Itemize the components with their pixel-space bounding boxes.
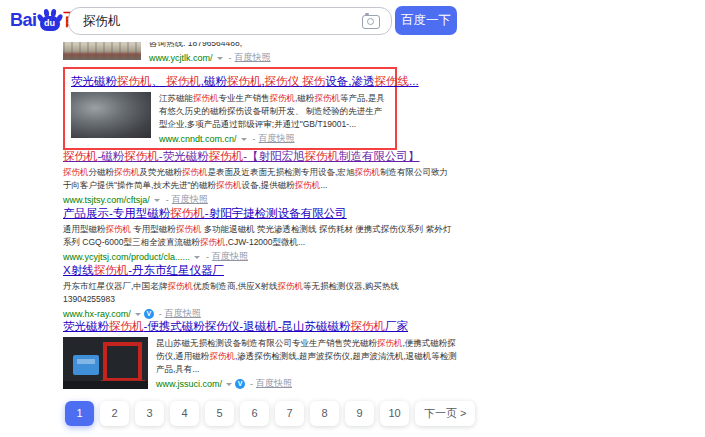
page-button-10[interactable]: 10 [380,401,409,426]
cached-snapshot-link[interactable]: 百度快照 [235,51,271,64]
highlighted-keyword: 探伤 [302,75,325,87]
highlighted-keyword: 探伤机 [305,150,340,162]
text-segment: 江苏磁能 [159,93,193,103]
page-button-8[interactable]: 8 [310,401,339,426]
text-segment: 昆山苏磁无损检测设备制造有限公司专业生产销售荧光磁粉 [156,338,377,348]
text-segment: 制造有限公司】 [339,150,420,162]
highlighted-keyword: 探伤机 [270,93,296,103]
highlighted-keyword: 探伤线 [375,75,410,87]
result-url-row: www.jssuci.com/ V - 百度快照 [156,378,463,389]
result-title[interactable]: 荧光磁粉探伤机-便携式磁粉探伤仪-退磁机-昆山苏磁磁粉探伤机厂家 [63,319,408,333]
text-segment: 设备,提供磁粉 [241,180,294,190]
text-segment: ,磁粉 [201,75,227,87]
result-snippet: 通用型磁粉探伤机 专用型磁粉探伤机 多功能退磁机 荧光渗透检测线 探伤耗材 便携… [63,223,455,249]
search-input[interactable] [81,9,355,33]
result-snippet: 丹东市红星仪器厂,中国老牌探伤机优质制造商,供应X射线探伤机等无损检测仪器,购买… [63,280,408,306]
search-button[interactable]: 百度一下 [395,6,457,35]
text-segment: ,CJW-12000型微机... [225,237,305,247]
next-page-button[interactable]: 下一页 > [415,401,475,426]
text-segment: -磁粉 [98,150,125,162]
text-segment: ,磁粉 [295,93,314,103]
text-segment: 是表面及近表面无损检测专用设备,宏旭 [208,167,355,177]
text-segment: 及荧光磁粉 [140,167,183,177]
result-url[interactable]: www.jssuci.com/ [156,379,222,389]
text-segment: 专用型磁粉 [131,224,176,234]
page-button-9[interactable]: 9 [345,401,374,426]
text-segment: 、 [152,75,167,87]
result-title[interactable]: 荧光磁粉探伤机、 探伤机,磁粉探伤机,探伤仪 探伤设备,渗透探伤线... [71,74,419,88]
camera-icon[interactable] [362,15,380,29]
highlighted-keyword: 探伤仪 [265,75,300,87]
thumbnail-red-frame [103,342,142,382]
search-result: X射线探伤机-丹东市红星仪器厂 丹东市红星仪器厂,中国老牌探伤机优质制造商,供应… [63,260,457,319]
text-segment: -【射阳宏旭 [243,150,304,162]
text-segment: ... [409,75,419,87]
chevron-down-icon[interactable] [226,383,232,386]
result-url[interactable]: www.ycjtlk.com/ [149,53,213,63]
highlighted-keyword: 探伤机 [167,281,193,291]
result-title[interactable]: 产品展示-专用型磁粉探伤机-射阳宇捷检测设备有限公司 [63,206,347,220]
page-button-3[interactable]: 3 [135,401,164,426]
text-segment: -射阳宇捷检测设备有限公司 [205,207,347,219]
page-button-1[interactable]: 1 [65,401,94,426]
highlighted-keyword: 探伤机 [277,281,303,291]
highlighted-keyword: 探伤机 [63,150,98,162]
url-separator: - [229,53,232,63]
result-snippet: 江苏磁能探伤机专业生产销售探伤机,磁粉探伤机等产品,是具有悠久历史的磁粉探伤设备… [159,92,389,131]
highlighted-keyword: 探伤机 [106,224,132,234]
text-segment: 产品展示-专用型磁粉 [63,207,170,219]
page-button-4[interactable]: 4 [170,401,199,426]
url-separator: - [253,134,256,144]
cached-snapshot-link[interactable]: 百度快照 [256,377,292,390]
highlighted-keyword: 探伤机 [200,237,226,247]
highlighted-keyword: 探伤机 [170,207,205,219]
text-segment: 荧光磁粉 [63,320,109,332]
chevron-down-icon[interactable] [154,199,160,202]
result-thumbnail-workshop[interactable] [71,92,151,138]
result-url[interactable]: www.cnndt.com.cn/ [159,134,237,144]
page-button-5[interactable]: 5 [205,401,234,426]
search-result: 探伤机-磁粉探伤机-荧光磁粉探伤机-【射阳宏旭探伤机制造有限公司】 探伤机分磁粉… [63,146,457,205]
highlighted-keyword: 探伤机 [124,150,159,162]
text-segment: 丹东市红星仪器厂,中国老牌 [63,281,167,291]
logo-text-du: du [40,18,60,28]
text-segment: -荧光磁粉 [159,150,209,162]
chevron-down-icon[interactable] [194,256,200,259]
highlighted-keyword: 探伤机 [182,167,208,177]
chevron-down-icon[interactable] [241,138,247,141]
highlighted-keyword: 探伤机 [209,351,235,361]
highlighted-keyword: 探伤机 [295,180,321,190]
highlighted-keyword: 探伤机 [314,93,340,103]
text-segment: 分磁粉 [89,167,115,177]
text-segment: 设备,渗透 [325,75,374,87]
baidu-paw-icon: du [38,8,62,32]
page-button-6[interactable]: 6 [240,401,269,426]
text-segment: 优质制造商,供应X射线 [193,281,278,291]
text-segment: 荧光磁粉 [71,75,117,87]
text-segment: -便携式磁粉探伤仪-退磁机-昆山苏磁磁粉 [144,320,351,332]
result-thumbnail-machines[interactable] [63,337,148,389]
page-button-2[interactable]: 2 [100,401,129,426]
text-segment: 通用型磁粉 [63,224,106,234]
highlighted-keyword: 探伤机 [176,224,202,234]
highlighted-keyword: 探伤机 [377,338,403,348]
search-result: 产品展示-专用型磁粉探伤机-射阳宇捷检测设备有限公司 通用型磁粉探伤机 专用型磁… [63,203,457,262]
text-segment: -丹东市红星仪器厂 [128,264,224,276]
highlighted-keyword: 探伤机 [109,320,144,332]
text-segment: 厂家 [385,320,408,332]
cached-snapshot-link[interactable]: 百度快照 [259,132,295,145]
result-snippet: 昆山苏磁无损检测设备制造有限公司专业生产销售荧光磁粉探伤机,便携式磁粉探伤仪,通… [156,337,463,376]
thumbnail-table-shadow [63,381,148,389]
result-title[interactable]: 探伤机-磁粉探伤机-荧光磁粉探伤机-【射阳宏旭探伤机制造有限公司】 [63,149,420,163]
highlighted-keyword: 探伤机 [351,320,386,332]
result-url-row: www.cnndt.com.cn/ - 百度快照 [159,133,389,144]
result-title[interactable]: X射线探伤机-丹东市红星仪器厂 [63,263,224,277]
text-segment: 专业生产销售 [219,93,270,103]
highlighted-keyword: 探伤机 [209,150,244,162]
chevron-down-icon[interactable] [217,57,223,60]
highlighted-keyword: 探伤机 [94,264,129,276]
page-button-7[interactable]: 7 [275,401,304,426]
search-box [68,7,392,35]
pagination: 1 2 3 4 5 6 7 8 9 10 下一页 > [65,401,475,426]
logo-text-bai: Bai [10,10,37,31]
